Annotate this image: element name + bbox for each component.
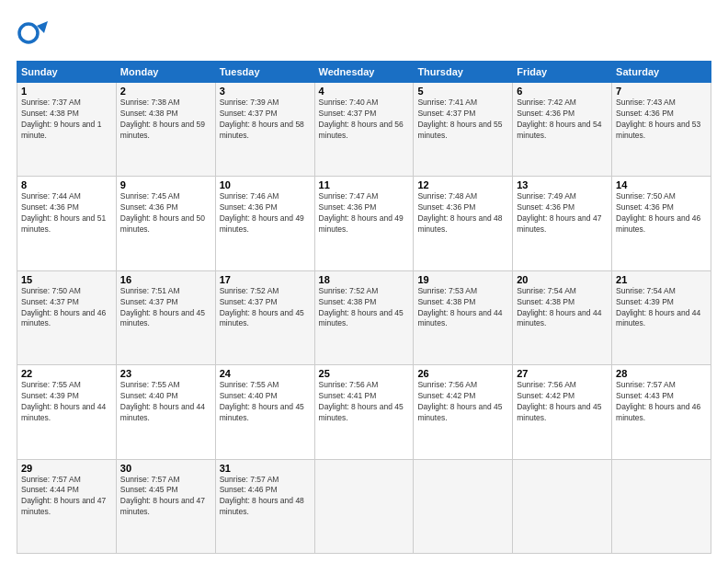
day-cell: 5 Sunrise: 7:41 AM Sunset: 4:37 PM Dayli… xyxy=(414,83,513,177)
day-number: 15 xyxy=(21,274,112,285)
weekday-wednesday: Wednesday xyxy=(314,62,414,83)
week-row-2: 8 Sunrise: 7:44 AM Sunset: 4:36 PM Dayli… xyxy=(17,177,711,270)
day-cell: 19 Sunrise: 7:53 AM Sunset: 4:38 PM Dayl… xyxy=(414,270,513,364)
day-number: 21 xyxy=(616,274,707,285)
day-number: 7 xyxy=(616,86,707,97)
day-info: Sunrise: 7:45 AM Sunset: 4:36 PM Dayligh… xyxy=(120,191,211,236)
logo xyxy=(17,17,53,53)
page: SundayMondayTuesdayWednesdayThursdayFrid… xyxy=(0,0,728,563)
day-info: Sunrise: 7:55 AM Sunset: 4:40 PM Dayligh… xyxy=(120,380,211,424)
day-number: 25 xyxy=(319,368,410,379)
day-cell xyxy=(612,459,711,553)
day-cell: 21 Sunrise: 7:54 AM Sunset: 4:39 PM Dayl… xyxy=(612,270,711,364)
day-cell: 6 Sunrise: 7:42 AM Sunset: 4:36 PM Dayli… xyxy=(513,83,612,177)
day-info: Sunrise: 7:57 AM Sunset: 4:43 PM Dayligh… xyxy=(616,380,707,424)
day-info: Sunrise: 7:56 AM Sunset: 4:41 PM Dayligh… xyxy=(319,380,410,424)
day-cell: 13 Sunrise: 7:49 AM Sunset: 4:36 PM Dayl… xyxy=(513,177,612,270)
day-info: Sunrise: 7:52 AM Sunset: 4:38 PM Dayligh… xyxy=(319,286,410,330)
day-number: 14 xyxy=(616,179,707,190)
day-info: Sunrise: 7:55 AM Sunset: 4:40 PM Dayligh… xyxy=(220,380,311,424)
day-info: Sunrise: 7:56 AM Sunset: 4:42 PM Dayligh… xyxy=(517,380,608,424)
day-number: 3 xyxy=(220,86,311,97)
day-number: 31 xyxy=(220,463,311,474)
day-number: 17 xyxy=(220,274,311,285)
logo-icon xyxy=(17,17,50,50)
day-number: 1 xyxy=(21,86,112,97)
day-cell: 18 Sunrise: 7:52 AM Sunset: 4:38 PM Dayl… xyxy=(314,270,414,364)
day-number: 20 xyxy=(517,274,608,285)
day-cell: 17 Sunrise: 7:52 AM Sunset: 4:37 PM Dayl… xyxy=(215,270,314,364)
day-number: 9 xyxy=(120,179,211,190)
day-cell: 16 Sunrise: 7:51 AM Sunset: 4:37 PM Dayl… xyxy=(116,270,215,364)
day-cell xyxy=(414,459,513,553)
day-cell: 12 Sunrise: 7:48 AM Sunset: 4:36 PM Dayl… xyxy=(414,177,513,270)
day-cell: 1 Sunrise: 7:37 AM Sunset: 4:38 PM Dayli… xyxy=(17,83,117,177)
weekday-sunday: Sunday xyxy=(17,62,117,83)
week-row-4: 22 Sunrise: 7:55 AM Sunset: 4:39 PM Dayl… xyxy=(17,365,711,459)
day-number: 22 xyxy=(21,368,112,379)
day-cell: 22 Sunrise: 7:55 AM Sunset: 4:39 PM Dayl… xyxy=(17,365,117,459)
day-info: Sunrise: 7:42 AM Sunset: 4:36 PM Dayligh… xyxy=(517,98,608,142)
day-cell: 11 Sunrise: 7:47 AM Sunset: 4:36 PM Dayl… xyxy=(314,177,414,270)
svg-point-0 xyxy=(19,24,38,42)
day-cell: 31 Sunrise: 7:57 AM Sunset: 4:46 PM Dayl… xyxy=(215,459,314,553)
day-cell: 10 Sunrise: 7:46 AM Sunset: 4:36 PM Dayl… xyxy=(215,177,314,270)
day-cell: 29 Sunrise: 7:57 AM Sunset: 4:44 PM Dayl… xyxy=(17,459,117,553)
day-info: Sunrise: 7:54 AM Sunset: 4:38 PM Dayligh… xyxy=(517,286,608,330)
day-number: 27 xyxy=(517,368,608,379)
week-row-5: 29 Sunrise: 7:57 AM Sunset: 4:44 PM Dayl… xyxy=(17,459,711,553)
day-info: Sunrise: 7:47 AM Sunset: 4:36 PM Dayligh… xyxy=(319,191,410,236)
day-info: Sunrise: 7:43 AM Sunset: 4:36 PM Dayligh… xyxy=(616,98,707,142)
day-info: Sunrise: 7:44 AM Sunset: 4:36 PM Dayligh… xyxy=(21,191,112,236)
day-cell: 3 Sunrise: 7:39 AM Sunset: 4:37 PM Dayli… xyxy=(215,83,314,177)
weekday-header-row: SundayMondayTuesdayWednesdayThursdayFrid… xyxy=(17,62,711,83)
day-info: Sunrise: 7:49 AM Sunset: 4:36 PM Dayligh… xyxy=(517,191,608,236)
day-info: Sunrise: 7:55 AM Sunset: 4:39 PM Dayligh… xyxy=(21,380,112,424)
day-number: 2 xyxy=(120,86,211,97)
day-info: Sunrise: 7:51 AM Sunset: 4:37 PM Dayligh… xyxy=(120,286,211,330)
day-info: Sunrise: 7:54 AM Sunset: 4:39 PM Dayligh… xyxy=(616,286,707,330)
day-info: Sunrise: 7:37 AM Sunset: 4:38 PM Dayligh… xyxy=(21,98,112,142)
day-info: Sunrise: 7:52 AM Sunset: 4:37 PM Dayligh… xyxy=(220,286,311,330)
day-cell: 24 Sunrise: 7:55 AM Sunset: 4:40 PM Dayl… xyxy=(215,365,314,459)
day-number: 29 xyxy=(21,463,112,474)
day-number: 10 xyxy=(220,179,311,190)
day-number: 24 xyxy=(220,368,311,379)
day-info: Sunrise: 7:40 AM Sunset: 4:37 PM Dayligh… xyxy=(319,98,410,142)
day-cell: 30 Sunrise: 7:57 AM Sunset: 4:45 PM Dayl… xyxy=(116,459,215,553)
week-row-3: 15 Sunrise: 7:50 AM Sunset: 4:37 PM Dayl… xyxy=(17,270,711,364)
day-cell: 2 Sunrise: 7:38 AM Sunset: 4:38 PM Dayli… xyxy=(116,83,215,177)
day-cell: 27 Sunrise: 7:56 AM Sunset: 4:42 PM Dayl… xyxy=(513,365,612,459)
day-info: Sunrise: 7:56 AM Sunset: 4:42 PM Dayligh… xyxy=(417,380,508,424)
day-info: Sunrise: 7:39 AM Sunset: 4:37 PM Dayligh… xyxy=(220,98,311,142)
day-info: Sunrise: 7:41 AM Sunset: 4:37 PM Dayligh… xyxy=(417,98,508,142)
day-number: 12 xyxy=(417,179,508,190)
weekday-friday: Friday xyxy=(513,62,612,83)
day-number: 13 xyxy=(517,179,608,190)
day-cell: 8 Sunrise: 7:44 AM Sunset: 4:36 PM Dayli… xyxy=(17,177,117,270)
week-row-1: 1 Sunrise: 7:37 AM Sunset: 4:38 PM Dayli… xyxy=(17,83,711,177)
weekday-tuesday: Tuesday xyxy=(215,62,314,83)
header xyxy=(17,17,711,53)
day-number: 5 xyxy=(417,86,508,97)
weekday-monday: Monday xyxy=(116,62,215,83)
day-number: 18 xyxy=(319,274,410,285)
day-cell: 20 Sunrise: 7:54 AM Sunset: 4:38 PM Dayl… xyxy=(513,270,612,364)
day-info: Sunrise: 7:57 AM Sunset: 4:45 PM Dayligh… xyxy=(120,475,211,519)
day-cell: 23 Sunrise: 7:55 AM Sunset: 4:40 PM Dayl… xyxy=(116,365,215,459)
day-number: 4 xyxy=(319,86,410,97)
day-info: Sunrise: 7:38 AM Sunset: 4:38 PM Dayligh… xyxy=(120,98,211,142)
day-cell: 28 Sunrise: 7:57 AM Sunset: 4:43 PM Dayl… xyxy=(612,365,711,459)
day-cell: 15 Sunrise: 7:50 AM Sunset: 4:37 PM Dayl… xyxy=(17,270,117,364)
day-info: Sunrise: 7:57 AM Sunset: 4:46 PM Dayligh… xyxy=(220,475,311,519)
day-cell xyxy=(314,459,414,553)
weekday-thursday: Thursday xyxy=(414,62,513,83)
day-number: 8 xyxy=(21,179,112,190)
day-number: 11 xyxy=(319,179,410,190)
day-info: Sunrise: 7:50 AM Sunset: 4:36 PM Dayligh… xyxy=(616,191,707,236)
day-cell: 14 Sunrise: 7:50 AM Sunset: 4:36 PM Dayl… xyxy=(612,177,711,270)
day-number: 16 xyxy=(120,274,211,285)
calendar-table: SundayMondayTuesdayWednesdayThursdayFrid… xyxy=(17,61,711,554)
day-cell: 9 Sunrise: 7:45 AM Sunset: 4:36 PM Dayli… xyxy=(116,177,215,270)
day-number: 30 xyxy=(120,463,211,474)
